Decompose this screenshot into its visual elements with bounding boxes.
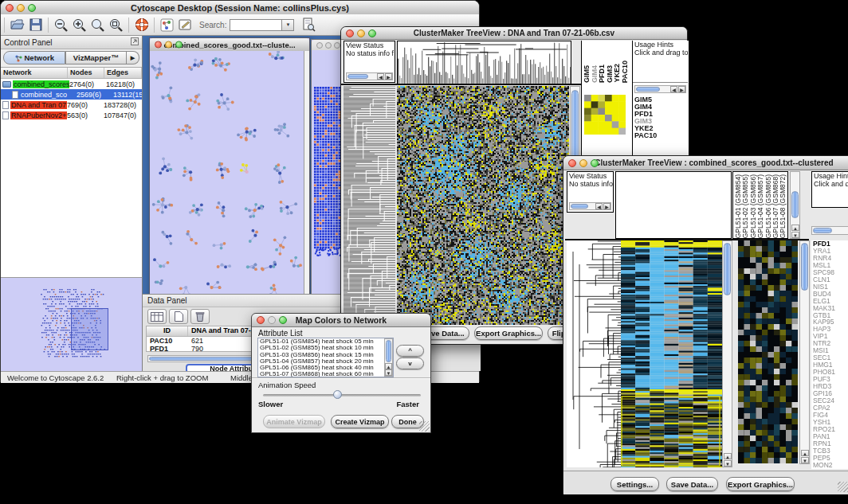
status-scrollbar[interactable] [346, 72, 393, 80]
treeview2-titlebar[interactable]: ClusterMaker TreeView : combined_scores_… [563, 156, 848, 170]
row-dendrogram-canvas[interactable] [344, 86, 395, 325]
column-dendrogram-canvas[interactable] [398, 41, 571, 84]
scrollbar-thumb[interactable] [724, 243, 731, 295]
zoomed-heatmap[interactable] [738, 240, 798, 463]
minimize-button[interactable] [17, 4, 25, 12]
gene-label[interactable]: MON2 [811, 462, 848, 469]
scroll-left-icon[interactable] [595, 203, 603, 209]
minimize-button[interactable] [357, 29, 365, 37]
scroll-up-icon[interactable] [385, 363, 392, 369]
export-graphics-button[interactable]: Export Graphics... [726, 477, 795, 491]
zoom-button[interactable] [28, 4, 36, 12]
heatmap-view[interactable] [397, 86, 569, 325]
float-panel-icon[interactable] [131, 37, 139, 47]
move-down-button[interactable]: v [396, 357, 424, 369]
hints-scrollbar[interactable] [634, 85, 686, 93]
close-button[interactable] [6, 4, 14, 12]
zoom-vscrollbar[interactable] [799, 240, 810, 464]
animate-vizmap-button[interactable]: Animate Vizmap [263, 415, 325, 428]
zoom-out-icon[interactable] [53, 17, 69, 33]
zoomed-heatmap-canvas[interactable] [738, 240, 798, 463]
heatmap-view[interactable] [621, 240, 722, 467]
heatmap-canvas[interactable] [397, 86, 569, 325]
row-dendrogram[interactable] [567, 240, 621, 467]
network-view-scrollbar[interactable] [304, 51, 309, 295]
close-button[interactable] [257, 316, 265, 324]
search-input[interactable] [230, 19, 282, 31]
heatmap-canvas[interactable] [621, 240, 722, 467]
scroll-up-icon[interactable] [724, 453, 732, 459]
scroll-down-icon[interactable] [724, 460, 732, 467]
help-lifebuoy-icon[interactable] [133, 17, 150, 33]
column-dendrogram[interactable] [397, 41, 571, 84]
row-dendrogram-canvas[interactable] [567, 240, 621, 467]
network-row[interactable]: combined_sco 2569(6) 13112(15) [1, 89, 142, 100]
scroll-right-icon[interactable] [678, 86, 685, 92]
column-header-nodes[interactable]: Nodes [68, 68, 104, 78]
settings-button[interactable]: Settings... [610, 477, 659, 491]
resize-grip[interactable] [419, 421, 430, 432]
new-attribute-button[interactable] [169, 309, 188, 324]
annotation-icon[interactable] [177, 17, 194, 33]
scroll-down-icon[interactable] [791, 232, 799, 238]
tab-vizmapper[interactable]: VizMapper™ [65, 51, 128, 64]
slider-thumb[interactable] [333, 390, 342, 399]
hints-scrollbar[interactable] [811, 226, 848, 235]
close-button[interactable] [155, 41, 162, 49]
scroll-down-icon[interactable] [801, 457, 809, 463]
scrollbar-thumb[interactable] [571, 204, 588, 209]
search-dropdown-button[interactable] [282, 19, 294, 31]
scrollbar-thumb[interactable] [813, 228, 832, 233]
status-scrollbar[interactable] [569, 202, 611, 210]
birdseye-canvas[interactable] [1, 278, 142, 371]
network-view-titlebar[interactable]: combined_scores_good.txt--cluste... [150, 38, 309, 52]
attribute-select-button[interactable] [147, 309, 167, 324]
save-data-button[interactable]: Save Data... [666, 477, 718, 491]
scrollbar-thumb[interactable] [791, 191, 799, 218]
network-row[interactable]: DNA and Tran 07 769(0) 183728(0) [1, 100, 142, 110]
scroll-right-icon[interactable] [603, 203, 610, 209]
cytoscape-titlebar[interactable]: Cytoscape Desktop (Session Name: collins… [1, 1, 479, 15]
resize-grip[interactable] [838, 482, 848, 492]
save-icon[interactable] [27, 17, 44, 33]
scroll-left-icon[interactable] [377, 73, 384, 80]
zoom-selected-icon[interactable] [89, 17, 106, 33]
zoom-button[interactable] [368, 29, 376, 37]
treeview1-titlebar[interactable]: ClusterMaker TreeView : DNA and Tran 07-… [341, 27, 687, 40]
dialog-titlebar[interactable]: Map Colors to Network [252, 314, 430, 327]
labels-vscrollbar[interactable] [790, 171, 800, 239]
network-row[interactable]: RNAPuberNov2+ 563(0) 107847(0) [1, 110, 142, 120]
column-header-network[interactable]: Network [1, 68, 68, 78]
attribute-browser-icon[interactable] [300, 17, 317, 33]
tab-network[interactable]: Network [3, 51, 65, 64]
scrollbar-thumb[interactable] [801, 243, 808, 291]
zoom-button[interactable] [334, 42, 340, 49]
minimize-button[interactable] [325, 42, 332, 49]
zoom-button[interactable] [175, 41, 183, 49]
list-vscrollbar[interactable] [384, 338, 393, 377]
zoom-in-icon[interactable] [71, 17, 88, 33]
minimize-button[interactable] [579, 159, 587, 167]
scrollbar-thumb[interactable] [386, 340, 391, 362]
close-button[interactable] [568, 159, 576, 167]
move-up-button[interactable]: ^ [396, 345, 424, 357]
zoom-button[interactable] [591, 159, 599, 167]
scroll-right-icon[interactable] [385, 73, 392, 80]
zoom-button[interactable] [279, 316, 287, 324]
birdseye-view[interactable] [1, 277, 142, 371]
gene-label[interactable]: PAC10 [634, 132, 687, 139]
scroll-left-icon[interactable] [670, 86, 677, 92]
scrollbar-thumb[interactable] [636, 87, 660, 92]
export-graphics-button[interactable]: Export Graphics... [474, 326, 543, 340]
row-dendrogram[interactable] [344, 86, 395, 325]
tab-overflow-button[interactable] [127, 51, 139, 64]
scroll-up-icon[interactable] [801, 450, 809, 456]
heatmap-vscrollbar[interactable] [722, 240, 732, 467]
open-folder-icon[interactable] [9, 17, 26, 33]
summary-matrix-canvas[interactable] [584, 95, 626, 135]
scroll-up-icon[interactable] [791, 225, 799, 231]
column-header-edges[interactable]: Edges [104, 68, 142, 78]
column-dendrogram-area[interactable] [615, 171, 732, 239]
create-vizmap-button[interactable]: Create Vizmap [331, 415, 389, 428]
network-row[interactable]: combined_scores_ 2764(0) 16218(0) [1, 79, 142, 89]
